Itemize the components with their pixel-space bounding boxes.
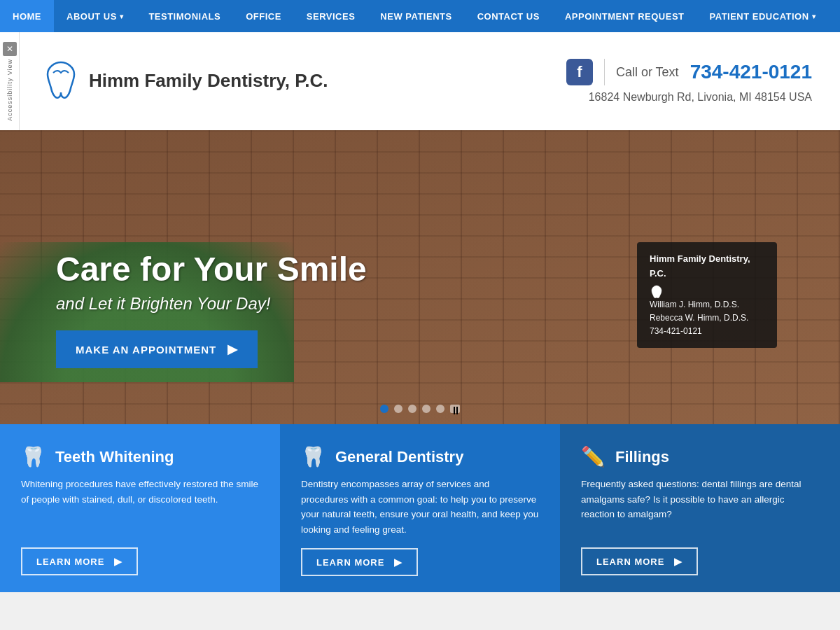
learn-more-general[interactable]: LEARN MORE ▶ <box>301 548 418 576</box>
service-desc-general: Dentistry encompasses array of services … <box>301 477 539 537</box>
teeth-whitening-icon: 🦷 <box>21 445 46 468</box>
nav-services[interactable]: SERVICES <box>294 0 368 32</box>
arrow-icon: ▶ <box>394 556 402 568</box>
phone-number[interactable]: 734-421-0121 <box>690 61 812 83</box>
carousel-dots: ⏸ <box>380 405 460 413</box>
hero-sign-box: Himm Family Dentistry, P.C. William J. H… <box>637 242 777 348</box>
carousel-dot-5[interactable] <box>436 405 444 413</box>
services-section: 🦷 Teeth Whitening Whitening procedures h… <box>0 424 840 592</box>
carousel-pause-button[interactable]: ⏸ <box>450 405 460 413</box>
hero-subtitle: and Let it Brighten Your Day! <box>56 294 367 314</box>
nav-about[interactable]: ABOUT US ▾ <box>54 0 136 32</box>
header-contact: f Call or Text 734-421-0121 16824 Newbur… <box>566 59 812 104</box>
sign-line2: Rebecca W. Himm, D.D.S. <box>650 312 764 325</box>
logo-area[interactable]: Himm Family Dentistry, P.C. <box>42 59 328 104</box>
logo-icon <box>42 59 80 104</box>
facebook-icon[interactable]: f <box>566 59 593 85</box>
service-title-whitening: Teeth Whitening <box>55 448 174 466</box>
accessibility-label: Accessibility View <box>6 59 13 121</box>
address: 16824 Newburgh Rd, Livonia, MI 48154 USA <box>589 91 812 104</box>
accessibility-sidebar: ✕ Accessibility View <box>0 32 20 130</box>
hero-title: Care for Your Smile <box>56 251 367 288</box>
divider <box>604 59 605 85</box>
nav-home[interactable]: HOME <box>0 0 54 32</box>
arrow-icon: ▶ <box>227 342 238 357</box>
carousel-dot-2[interactable] <box>394 405 402 413</box>
main-nav: HOME ABOUT US ▾ TESTIMONIALS OFFICE SERV… <box>0 0 840 32</box>
nav-appointment[interactable]: APPOINTMENT REQUEST <box>552 0 697 32</box>
general-dentistry-icon: 🦷 <box>301 445 326 468</box>
nav-contact[interactable]: CONTACT US <box>465 0 552 32</box>
service-desc-fillings: Frequently asked questions: dental filli… <box>581 477 819 522</box>
learn-more-whitening[interactable]: LEARN MORE ▶ <box>21 547 138 575</box>
hero-content: Care for Your Smile and Let it Brighten … <box>56 251 367 368</box>
service-title-general: General Dentistry <box>335 448 463 466</box>
learn-more-fillings[interactable]: LEARN MORE ▶ <box>581 547 698 575</box>
nav-new-patients[interactable]: NEW PATIENTS <box>368 0 464 32</box>
accessibility-close-button[interactable]: ✕ <box>3 42 17 56</box>
chevron-down-icon: ▾ <box>120 13 124 20</box>
chevron-down-icon: ▾ <box>812 13 816 20</box>
fillings-icon: ✏️ <box>581 445 606 468</box>
nav-office[interactable]: OFFICE <box>233 0 294 32</box>
sign-tooth-icon <box>650 284 664 298</box>
arrow-icon: ▶ <box>114 556 122 567</box>
nav-patient-education[interactable]: PATIENT EDUCATION ▾ <box>697 0 829 32</box>
carousel-dot-4[interactable] <box>422 405 430 413</box>
service-card-fillings: ✏️ Fillings Frequently asked questions: … <box>560 424 840 592</box>
sign-line1: William J. Himm, D.D.S. <box>650 298 764 312</box>
service-card-general: 🦷 General Dentistry Dentistry encompasse… <box>280 424 560 592</box>
service-desc-whitening: Whitening procedures have effectively re… <box>21 477 259 507</box>
call-label: Call or Text <box>616 65 679 80</box>
arrow-icon: ▶ <box>674 556 682 567</box>
carousel-dot-3[interactable] <box>408 405 416 413</box>
carousel-dot-1[interactable] <box>380 405 388 413</box>
service-title-fillings: Fillings <box>615 448 669 466</box>
logo-text: Himm Family Dentistry, P.C. <box>89 70 328 92</box>
nav-testimonials[interactable]: TESTIMONIALS <box>136 0 233 32</box>
site-header: ✕ Accessibility View Himm Family Dentist… <box>0 32 840 130</box>
hero-section: Himm Family Dentistry, P.C. William J. H… <box>0 130 840 424</box>
appointment-button[interactable]: MAKE AN APPOINTMENT ▶ <box>56 330 258 368</box>
service-card-whitening: 🦷 Teeth Whitening Whitening procedures h… <box>0 424 280 592</box>
sign-phone: 734-421-0121 <box>650 325 764 338</box>
sign-title: Himm Family Dentistry, P.C. <box>650 252 764 281</box>
